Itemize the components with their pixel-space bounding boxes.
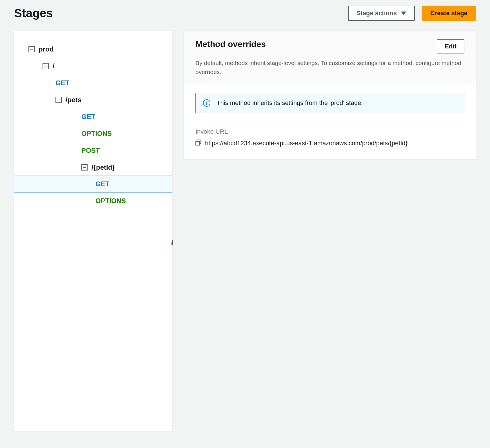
tree-method-label: OPTIONS xyxy=(95,197,126,205)
invoke-url-value: https://abcd1234.execute-api.us-east-1.a… xyxy=(205,138,407,148)
method-overrides-panel: Method overrides Edit By default, method… xyxy=(184,31,476,160)
collapse-icon[interactable] xyxy=(81,164,88,171)
chevron-down-icon xyxy=(401,12,406,15)
stage-tree-panel: prod / GET /pets GET OPTIONS POST /{petI… xyxy=(14,31,173,432)
tree-method-petid-options[interactable]: OPTIONS xyxy=(14,192,172,209)
tree-method-label: POST xyxy=(81,147,100,154)
tree-method-label: GET xyxy=(81,113,95,121)
info-alert: i This method inherits its settings from… xyxy=(195,93,464,113)
tree-method-root-get[interactable]: GET xyxy=(14,75,172,91)
tree-resource-petid[interactable]: /{petId} xyxy=(14,159,172,176)
tree-method-label: GET xyxy=(95,180,109,188)
tree-stage-label: prod xyxy=(39,45,54,53)
page-title: Stages xyxy=(14,6,53,20)
tree-resource-pets[interactable]: /pets xyxy=(14,91,172,108)
tree-method-label: OPTIONS xyxy=(81,130,112,138)
collapse-icon[interactable] xyxy=(43,63,49,69)
edit-button[interactable]: Edit xyxy=(437,39,464,53)
collapse-icon[interactable] xyxy=(28,46,35,52)
tree-resource-label: /{petId} xyxy=(92,163,115,171)
tree-method-petid-get[interactable]: GET xyxy=(14,176,172,192)
tree-stage-prod[interactable]: prod xyxy=(14,41,172,58)
method-overrides-title: Method overrides xyxy=(195,39,266,49)
method-overrides-description: By default, methods inherit stage-level … xyxy=(195,59,464,76)
info-icon: i xyxy=(203,99,210,107)
copy-icon[interactable] xyxy=(195,140,202,146)
tree-method-pets-options[interactable]: OPTIONS xyxy=(14,125,172,142)
tree-method-pets-get[interactable]: GET xyxy=(14,108,172,125)
panel-resize-handle[interactable] xyxy=(171,240,173,245)
invoke-url-label: Invoke URL xyxy=(195,128,464,135)
create-stage-button[interactable]: Create stage xyxy=(422,6,476,21)
tree-resource-label: / xyxy=(53,62,55,70)
tree-method-pets-post[interactable]: POST xyxy=(14,142,172,159)
create-stage-label: Create stage xyxy=(430,10,467,17)
stage-actions-label: Stage actions xyxy=(357,10,397,17)
tree-method-label: GET xyxy=(55,79,69,87)
tree-resource-label: /pets xyxy=(66,96,81,104)
collapse-icon[interactable] xyxy=(55,97,62,103)
header-buttons: Stage actions Create stage xyxy=(348,6,476,21)
stage-actions-button[interactable]: Stage actions xyxy=(348,6,415,21)
info-message: This method inherits its settings from t… xyxy=(217,99,363,107)
tree-resource-root[interactable]: / xyxy=(14,58,172,75)
